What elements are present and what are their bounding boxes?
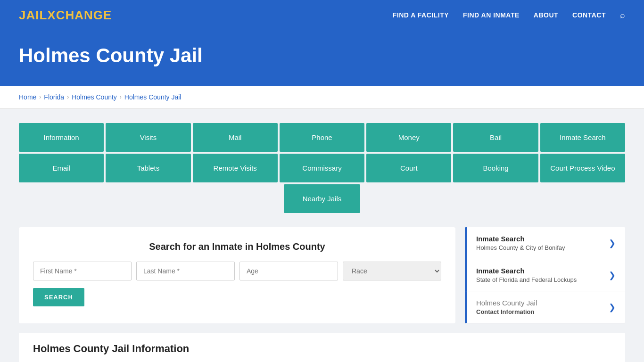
btn-nearby-jails[interactable]: Nearby Jails xyxy=(284,184,361,213)
btn-court-process-video[interactable]: Court Process Video xyxy=(540,154,625,182)
breadcrumb-home[interactable]: Home xyxy=(19,93,36,101)
sidebar-item-title-0: Inmate Search xyxy=(476,235,565,243)
nav-contact[interactable]: CONTACT xyxy=(572,11,606,19)
last-name-input[interactable] xyxy=(136,262,235,280)
sidebar: Inmate Search Holmes County & City of Bo… xyxy=(465,227,625,323)
sidebar-item-text-1: Inmate Search State of Florida and Feder… xyxy=(476,267,577,283)
button-grid-row1: Information Visits Mail Phone Money Bail… xyxy=(19,123,625,152)
button-grid-row3: Nearby Jails xyxy=(19,184,625,213)
btn-tablets[interactable]: Tablets xyxy=(106,154,190,182)
btn-booking[interactable]: Booking xyxy=(453,154,538,182)
nav-about[interactable]: ABOUT xyxy=(534,11,558,19)
btn-money[interactable]: Money xyxy=(366,123,451,152)
breadcrumb-current: Holmes County Jail xyxy=(124,93,182,101)
search-form-card: Search for an Inmate in Holmes County Ra… xyxy=(19,227,455,323)
logo-x: X xyxy=(47,8,56,22)
chevron-icon-1: ❯ xyxy=(609,270,616,280)
bottom-title-section: Holmes County Jail Information xyxy=(19,333,625,362)
btn-email[interactable]: Email xyxy=(19,154,104,182)
sidebar-item-title-1: Inmate Search xyxy=(476,267,577,275)
sidebar-item-text-0: Inmate Search Holmes County & City of Bo… xyxy=(476,235,565,251)
search-button[interactable]: SEARCH xyxy=(33,288,84,306)
btn-bail[interactable]: Bail xyxy=(453,123,538,152)
main-nav: FIND A FACILITY FIND AN INMATE ABOUT CON… xyxy=(393,10,625,20)
btn-mail[interactable]: Mail xyxy=(193,123,278,152)
sep1: › xyxy=(39,94,41,100)
breadcrumb-holmes-county[interactable]: Holmes County xyxy=(72,93,117,101)
btn-inmate-search[interactable]: Inmate Search xyxy=(540,123,625,152)
search-form-title: Search for an Inmate in Holmes County xyxy=(33,241,441,252)
btn-phone[interactable]: Phone xyxy=(280,123,364,152)
nav-find-inmate[interactable]: FIND AN INMATE xyxy=(463,11,520,19)
sidebar-item-1[interactable]: Inmate Search State of Florida and Feder… xyxy=(465,259,625,291)
btn-visits[interactable]: Visits xyxy=(106,123,190,152)
age-input[interactable] xyxy=(239,262,338,280)
first-name-input[interactable] xyxy=(33,262,132,280)
breadcrumb-bar: Home › Florida › Holmes County › Holmes … xyxy=(0,86,644,109)
btn-remote-visits[interactable]: Remote Visits xyxy=(193,154,278,182)
btn-commissary[interactable]: Commissary xyxy=(280,154,364,182)
breadcrumb-florida[interactable]: Florida xyxy=(44,93,64,101)
logo-exchange: CHANGE xyxy=(56,8,112,22)
sidebar-item-subtitle-2: Contact Information xyxy=(476,308,537,315)
search-icon[interactable]: ⌕ xyxy=(620,10,625,20)
chevron-icon-2: ❯ xyxy=(609,302,616,313)
sidebar-item-text-2: Holmes County Jail Contact Information xyxy=(476,299,537,315)
lower-section: Search for an Inmate in Holmes County Ra… xyxy=(19,227,625,323)
nav-find-facility[interactable]: FIND A FACILITY xyxy=(393,11,449,19)
logo-jail: JAIL xyxy=(19,8,47,22)
header: JAILXCHANGE FIND A FACILITY FIND AN INMA… xyxy=(0,0,644,30)
hero-banner: Holmes County Jail xyxy=(0,30,644,86)
sidebar-item-subtitle-1: State of Florida and Federal Lockups xyxy=(476,276,577,283)
sidebar-item-subtitle-0: Holmes County & City of Bonifay xyxy=(476,244,565,251)
logo[interactable]: JAILXCHANGE xyxy=(19,8,112,23)
sidebar-item-0[interactable]: Inmate Search Holmes County & City of Bo… xyxy=(465,227,625,259)
breadcrumb: Home › Florida › Holmes County › Holmes … xyxy=(19,93,625,101)
btn-court[interactable]: Court xyxy=(366,154,451,182)
sep2: › xyxy=(67,94,69,100)
bottom-title: Holmes County Jail Information xyxy=(33,343,611,355)
chevron-icon-0: ❯ xyxy=(609,238,616,248)
sidebar-item-2[interactable]: Holmes County Jail Contact Information ❯ xyxy=(465,291,625,323)
main-content: Information Visits Mail Phone Money Bail… xyxy=(0,109,644,362)
button-grid-row2: Email Tablets Remote Visits Commissary C… xyxy=(19,154,625,182)
sep3: › xyxy=(120,94,122,100)
race-select[interactable]: Race White Black Hispanic Asian Other xyxy=(343,262,441,280)
page-title: Holmes County Jail xyxy=(19,44,625,67)
sidebar-item-title-2: Holmes County Jail xyxy=(476,299,537,307)
btn-information[interactable]: Information xyxy=(19,123,104,152)
search-inputs: Race White Black Hispanic Asian Other xyxy=(33,262,441,280)
